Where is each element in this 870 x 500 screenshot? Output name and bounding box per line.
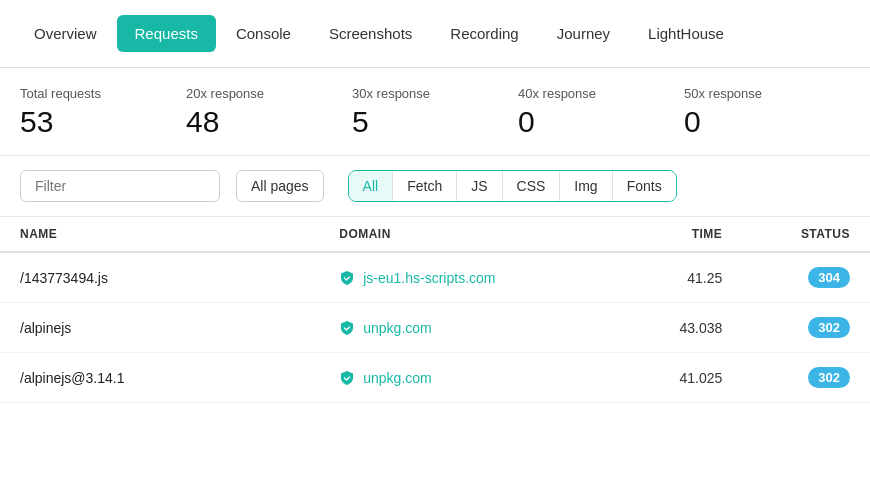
stat-20x-label: 20x response [186, 86, 352, 101]
pages-button[interactable]: All pages [236, 170, 324, 202]
type-fetch-button[interactable]: Fetch [393, 171, 457, 201]
row-time: 41.025 [595, 370, 723, 386]
stat-total-requests-label: Total requests [20, 86, 186, 101]
type-filters: All Fetch JS CSS Img Fonts [348, 170, 677, 202]
filter-bar: All pages All Fetch JS CSS Img Fonts [0, 156, 870, 217]
tab-recording[interactable]: Recording [432, 15, 536, 52]
type-img-button[interactable]: Img [560, 171, 612, 201]
type-fonts-button[interactable]: Fonts [613, 171, 676, 201]
row-status: 304 [722, 267, 850, 288]
row-domain: unpkg.com [339, 320, 594, 336]
stat-20x: 20x response 48 [186, 86, 352, 139]
stat-20x-value: 48 [186, 105, 352, 139]
nav-bar: Overview Requests Console Screenshots Re… [0, 0, 870, 68]
row-status: 302 [722, 317, 850, 338]
row-domain-text: unpkg.com [363, 320, 431, 336]
row-name: /143773494.js [20, 270, 339, 286]
row-time: 41.25 [595, 270, 723, 286]
stat-50x: 50x response 0 [684, 86, 850, 139]
tab-lighthouse[interactable]: LightHouse [630, 15, 742, 52]
stat-50x-label: 50x response [684, 86, 850, 101]
stat-40x-value: 0 [518, 105, 684, 139]
table-body: /143773494.js js-eu1.hs-scripts.com 41.2… [0, 253, 870, 403]
row-domain: js-eu1.hs-scripts.com [339, 270, 594, 286]
table-row[interactable]: /alpinejs@3.14.1 unpkg.com 41.025 302 [0, 353, 870, 403]
stat-total-requests-value: 53 [20, 105, 186, 139]
stat-30x: 30x response 5 [352, 86, 518, 139]
col-name-header: NAME [20, 227, 339, 241]
row-name: /alpinejs [20, 320, 339, 336]
row-time: 43.038 [595, 320, 723, 336]
shield-icon [339, 270, 355, 286]
tab-console[interactable]: Console [218, 15, 309, 52]
shield-icon [339, 370, 355, 386]
stat-total-requests: Total requests 53 [20, 86, 186, 139]
tab-requests[interactable]: Requests [117, 15, 216, 52]
status-badge: 302 [808, 367, 850, 388]
stat-50x-value: 0 [684, 105, 850, 139]
col-status-header: STATUS [722, 227, 850, 241]
table-header: NAME DOMAIN TIME STATUS [0, 217, 870, 253]
row-domain-text: js-eu1.hs-scripts.com [363, 270, 495, 286]
row-status: 302 [722, 367, 850, 388]
filter-input[interactable] [20, 170, 220, 202]
tab-overview[interactable]: Overview [16, 15, 115, 52]
stat-40x: 40x response 0 [518, 86, 684, 139]
type-js-button[interactable]: JS [457, 171, 502, 201]
stat-30x-value: 5 [352, 105, 518, 139]
tab-screenshots[interactable]: Screenshots [311, 15, 430, 52]
type-css-button[interactable]: CSS [503, 171, 561, 201]
col-domain-header: DOMAIN [339, 227, 594, 241]
col-time-header: TIME [595, 227, 723, 241]
type-all-button[interactable]: All [349, 171, 394, 201]
tab-journey[interactable]: Journey [539, 15, 628, 52]
row-name: /alpinejs@3.14.1 [20, 370, 339, 386]
status-badge: 304 [808, 267, 850, 288]
stat-40x-label: 40x response [518, 86, 684, 101]
row-domain-text: unpkg.com [363, 370, 431, 386]
stats-bar: Total requests 53 20x response 48 30x re… [0, 68, 870, 156]
table-row[interactable]: /143773494.js js-eu1.hs-scripts.com 41.2… [0, 253, 870, 303]
status-badge: 302 [808, 317, 850, 338]
row-domain: unpkg.com [339, 370, 594, 386]
shield-icon [339, 320, 355, 336]
stat-30x-label: 30x response [352, 86, 518, 101]
table-row[interactable]: /alpinejs unpkg.com 43.038 302 [0, 303, 870, 353]
